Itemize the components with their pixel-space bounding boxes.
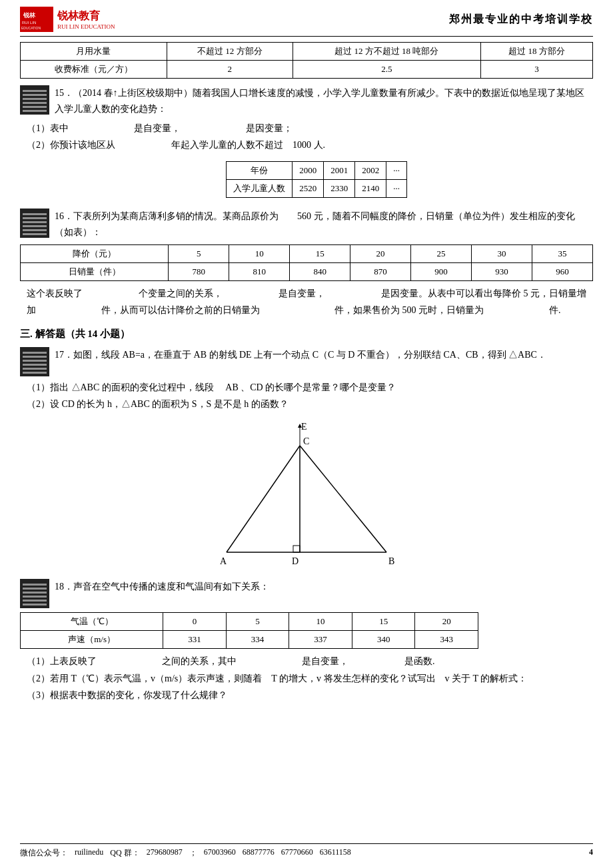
q18-sub3: （3）根据表中数据的变化，你发现了什么规律？ [27,687,593,703]
wechat-label: 微信公众号： [20,847,68,859]
children-2002: 2140 [355,179,386,197]
q16-block: 16．下表所列为某商店薄利多销的情况。某商品原价为 560 元，随着不同幅度的降… [20,209,593,318]
speed-343: 343 [415,631,478,649]
q15-text: 15．（2014 春↑上街区校级期中）随着我国人口增长速度的减慢，小学入学儿童数… [55,85,593,117]
sales-870: 870 [350,262,411,280]
wechat-id: ruilinedu [75,847,103,859]
svg-text:EDUCATION: EDUCATION [21,26,41,30]
svg-line-5 [227,446,300,552]
sep1: ； [189,847,197,859]
sales-960: 960 [532,262,592,280]
price-20: 20 [350,244,411,262]
phone3: 67770660 [281,847,313,859]
phone4: 63611158 [320,847,351,859]
water-val1: 2 [167,61,293,79]
sales-930: 930 [472,262,532,280]
qq-id: 279680987 [147,847,183,859]
label-A: A [220,556,227,566]
children-more: ··· [386,179,407,197]
svg-rect-8 [293,546,300,552]
water-row-label: 收费标准（元／方） [21,61,167,79]
svg-text:锐林: 锐林 [23,12,36,19]
year-header: 年份 [227,161,293,179]
q16-qr [20,209,49,238]
page: 锐林 RUI LIN EDUCATION 锐林教育 RUI LIN EDUCAT… [0,0,613,868]
q17-sub2: （2）设 CD 的长为 h，△ABC 的面积为 S，S 是不是 h 的函数？ [27,396,593,412]
page-number: 4 [589,847,593,859]
q15-sub2: （2）你预计该地区从 年起入学儿童的人数不超过 1000 人. [27,137,593,153]
footer-contacts: 微信公众号： ruilinedu QQ 群： 279680987 ； 67003… [20,847,351,859]
price-25: 25 [411,244,472,262]
q15-header: 15．（2014 春↑上街区校级期中）随着我国人口增长速度的减慢，小学入学儿童数… [20,85,593,117]
q17-block: 17．如图，线段 AB=a，在垂直于 AB 的射线 DE 上有一个动点 C（C … [20,347,593,572]
label-B: B [388,556,394,566]
temp-0: 0 [163,613,227,631]
q18-block: 18．声音在空气中传播的速度和气温间有如下关系： 气温（℃） 0 5 10 15… [20,579,593,703]
svg-text:RUI LIN: RUI LIN [22,21,36,25]
q17-qr [20,347,49,376]
speed-337: 337 [289,631,352,649]
water-table: 月用水量 不超过 12 方部分 超过 12 方不超过 18 吨部分 超过 18 … [20,42,593,79]
sales-810: 810 [229,262,290,280]
water-col4-header: 超过 18 方部分 [480,43,592,61]
logo-icon: 锐林 RUI LIN EDUCATION [20,7,53,32]
children-2001: 2330 [324,179,355,197]
water-col1-header: 月用水量 [21,43,167,61]
q15-qr [20,85,49,115]
temp-15: 15 [352,613,415,631]
speed-334: 334 [226,631,289,649]
q18-qr [20,579,49,608]
q16-header: 16．下表所列为某商店薄利多销的情况。某商品原价为 560 元，随着不同幅度的降… [20,209,593,240]
year-table: 年份 2000 2001 2002 ··· 入学儿童人数 2520 2330 2… [226,161,407,198]
q18-header: 18．声音在空气中传播的速度和气温间有如下关系： [20,579,593,608]
label-C: C [303,436,309,446]
header-slogan: 郑州最专业的中考培训学校 [449,13,593,27]
qq-label: QQ 群： [110,847,139,859]
triangle-svg: A B C D E [213,419,400,572]
year-2001: 2001 [324,161,355,179]
price-10: 10 [229,244,290,262]
temp-5: 5 [226,613,289,631]
q16-text: 16．下表所列为某商店薄利多销的情况。某商品原价为 560 元，随着不同幅度的降… [55,209,593,240]
phone2: 68877776 [243,847,275,859]
q17-text: 17．如图，线段 AB=a，在垂直于 AB 的射线 DE 上有一个动点 C（C … [55,347,593,363]
phone1: 67003960 [204,847,236,859]
speed-label: 声速（m/s） [21,631,163,649]
sales-label: 日销量（件） [21,262,169,280]
price-35: 35 [532,244,592,262]
footer: 微信公众号： ruilinedu QQ 群： 279680987 ； 67003… [20,843,593,859]
year-2002: 2002 [355,161,386,179]
sales-780: 780 [169,262,229,280]
price-table: 降价（元） 5 10 15 20 25 30 35 日销量（件） 780 810… [20,244,593,281]
speed-340: 340 [352,631,415,649]
year-more: ··· [386,161,407,179]
q18-sub1: （1）上表反映了 之间的关系，其中 是自变量， 是函数. [27,653,593,669]
temp-20: 20 [415,613,478,631]
price-15: 15 [290,244,350,262]
water-col3-header: 超过 12 方不超过 18 吨部分 [293,43,480,61]
svg-line-6 [300,446,386,552]
triangle-figure: A B C D E [20,419,593,572]
children-label: 入学儿童人数 [227,179,293,197]
price-5: 5 [169,244,229,262]
q17-header: 17．如图，线段 AB=a，在垂直于 AB 的射线 DE 上有一个动点 C（C … [20,347,593,376]
label-E: E [301,422,307,432]
water-col2-header: 不超过 12 方部分 [167,43,293,61]
q15-sub1: （1）表中 是自变量， 是因变量； [27,120,593,137]
water-val2: 2.5 [293,61,480,79]
q15-block: 15．（2014 春↑上街区校级期中）随着我国人口增长速度的减慢，小学入学儿童数… [20,85,593,202]
sales-900: 900 [411,262,472,280]
temp-header: 气温（℃） [21,613,163,631]
sound-table: 气温（℃） 0 5 10 15 20 声速（m/s） 331 334 337 3… [20,612,478,649]
header: 锐林 RUI LIN EDUCATION 锐林教育 RUI LIN EDUCAT… [20,7,593,37]
sales-840: 840 [290,262,350,280]
q17-sub1: （1）指出 △ABC 的面积的变化过程中，线段 AB 、CD 的长哪个是常量？哪… [27,379,593,396]
year-2000: 2000 [293,161,324,179]
q16-text1: 这个表反映了 个变量之间的关系， 是自变量， 是因变量。从表中可以看出每降价 5… [27,285,593,318]
label-D: D [292,556,299,566]
price-header: 降价（元） [21,244,169,262]
water-val3: 3 [480,61,592,79]
children-2000: 2520 [293,179,324,197]
speed-331: 331 [163,631,227,649]
q18-text: 18．声音在空气中传播的速度和气温间有如下关系： [55,579,593,595]
